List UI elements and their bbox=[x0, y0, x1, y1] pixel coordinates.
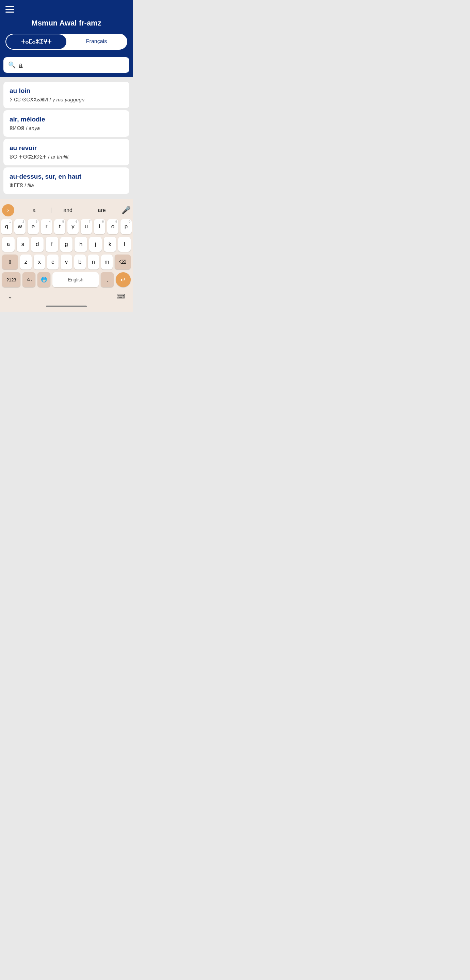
result-latin-4: flla bbox=[27, 182, 34, 188]
result-tifinagh-4: ⵥⵎⵎⵓ bbox=[10, 182, 23, 188]
key-row-3: ⇧ z x c v b n m ⌫ bbox=[2, 255, 131, 269]
key-rows: 1q 2w 3e 4r 5t 6y 7u 8i 9o 0p a s d f g … bbox=[2, 219, 131, 290]
key-t[interactable]: 5t bbox=[54, 219, 65, 234]
key-row-1: 1q 2w 3e 4r 5t 6y 7u 8i 9o 0p bbox=[2, 219, 131, 234]
globe-key[interactable]: 🌐 bbox=[37, 272, 50, 287]
app-header: Msmun Awal fr-amz ⵜⴰⵎⴰⵣⵉⵖⵜ Français bbox=[0, 0, 133, 57]
key-c[interactable]: c bbox=[47, 255, 59, 269]
key-d[interactable]: d bbox=[31, 237, 43, 252]
result-sub-1: ⵢ ⵛⵓ ⵙⵓⵅⵅⴰⵥⵍ / γ ma yaggugn bbox=[10, 97, 123, 103]
result-title-3: au revoir bbox=[10, 144, 123, 152]
hamburger-line-1 bbox=[5, 6, 14, 7]
result-card-3[interactable]: au revoir ⵓⵔ ⵜⵙⵛⵉⵏⵙⵉⵜ / ar timlilt bbox=[3, 139, 129, 165]
result-sub-4: ⵥⵎⵎⵓ / flla bbox=[10, 182, 123, 189]
result-card-1[interactable]: au loin ⵢ ⵛⵓ ⵙⵓⵅⵅⴰⵥⵍ / γ ma yaggugn bbox=[3, 82, 129, 108]
key-row-2: a s d f g h j k l bbox=[2, 237, 131, 252]
key-x[interactable]: x bbox=[34, 255, 45, 269]
backspace-key[interactable]: ⌫ bbox=[115, 255, 131, 269]
keyboard-icon[interactable]: ⌨ bbox=[116, 293, 125, 300]
result-latin-3: ar timlilt bbox=[51, 154, 69, 159]
key-y[interactable]: 6y bbox=[67, 219, 79, 234]
result-latin-2: anya bbox=[29, 125, 40, 131]
result-title-1: au loin bbox=[10, 87, 123, 95]
result-title-2: air, mélodie bbox=[10, 116, 123, 123]
keyboard-suggestions-row: › a and are 🎤 bbox=[2, 202, 131, 219]
key-k[interactable]: k bbox=[104, 237, 116, 252]
shift-key[interactable]: ⇧ bbox=[2, 255, 18, 269]
key-n[interactable]: n bbox=[88, 255, 99, 269]
suggestion-word-2[interactable]: and bbox=[51, 206, 85, 215]
keyboard-bottom-bar: ⌄ ⌨ bbox=[2, 290, 131, 304]
keyboard: › a and are 🎤 1q 2w 3e 4r 5t 6y 7u 8i 9o… bbox=[0, 199, 133, 304]
lang-tab-tifinagh[interactable]: ⵜⴰⵎⴰⵣⵉⵖⵜ bbox=[6, 34, 66, 49]
result-sub-3: ⵓⵔ ⵜⵙⵛⵉⵏⵙⵉⵜ / ar timlilt bbox=[10, 154, 123, 160]
result-tifinagh-1: ⵢ ⵛⵓ ⵙⵓⵅⵅⴰⵥⵍ bbox=[10, 97, 48, 102]
result-title-4: au-dessus, sur, en haut bbox=[10, 173, 123, 180]
num-key[interactable]: ?123 bbox=[2, 272, 21, 287]
result-sub-2: ⵓⵍⵙⵓ / anya bbox=[10, 125, 123, 131]
key-o[interactable]: 9o bbox=[107, 219, 118, 234]
suggestions-expand-button[interactable]: › bbox=[2, 204, 14, 216]
emoji-key[interactable]: ☺, bbox=[22, 272, 35, 287]
hamburger-menu[interactable] bbox=[5, 6, 127, 13]
search-icon: 🔍 bbox=[8, 61, 16, 69]
space-key[interactable]: English bbox=[53, 272, 99, 287]
key-m[interactable]: m bbox=[101, 255, 113, 269]
key-h[interactable]: h bbox=[75, 237, 87, 252]
result-card-4[interactable]: au-dessus, sur, en haut ⵥⵎⵎⵓ / flla bbox=[3, 167, 129, 194]
key-a[interactable]: a bbox=[2, 237, 14, 252]
key-f[interactable]: f bbox=[46, 237, 58, 252]
key-g[interactable]: g bbox=[60, 237, 73, 252]
results-list: au loin ⵢ ⵛⵓ ⵙⵓⵅⵅⴰⵥⵍ / γ ma yaggugn air,… bbox=[0, 77, 133, 199]
result-latin-1: γ ma yaggugn bbox=[53, 97, 84, 102]
key-w[interactable]: 2w bbox=[14, 219, 25, 234]
search-container: 🔍 a bbox=[0, 57, 133, 77]
keyboard-collapse-button[interactable]: ⌄ bbox=[8, 293, 13, 300]
hamburger-line-3 bbox=[5, 11, 14, 13]
app-title: Msmun Awal fr-amz bbox=[5, 19, 127, 27]
key-e[interactable]: 3e bbox=[27, 219, 39, 234]
language-toggle: ⵜⴰⵎⴰⵣⵉⵖⵜ Français bbox=[5, 34, 127, 50]
dot-key[interactable]: . bbox=[101, 272, 114, 287]
home-indicator bbox=[0, 304, 133, 312]
microphone-icon[interactable]: 🎤 bbox=[121, 206, 131, 215]
key-q[interactable]: 1q bbox=[1, 219, 12, 234]
home-bar bbox=[46, 305, 87, 307]
result-tifinagh-2: ⵓⵍⵙⵓ bbox=[10, 125, 24, 131]
suggestion-word-1[interactable]: a bbox=[17, 206, 51, 215]
search-bar[interactable]: 🔍 a bbox=[3, 57, 129, 73]
key-l[interactable]: l bbox=[118, 237, 131, 252]
return-key[interactable]: ↵ bbox=[116, 272, 131, 287]
key-z[interactable]: z bbox=[20, 255, 32, 269]
key-p[interactable]: 0p bbox=[121, 219, 132, 234]
key-row-4: ?123 ☺, 🌐 English . ↵ bbox=[2, 272, 131, 287]
lang-tab-francais[interactable]: Français bbox=[66, 34, 127, 49]
key-v[interactable]: v bbox=[61, 255, 72, 269]
key-u[interactable]: 7u bbox=[81, 219, 92, 234]
key-r[interactable]: 4r bbox=[41, 219, 52, 234]
search-input[interactable]: a bbox=[19, 62, 23, 69]
hamburger-line-2 bbox=[5, 9, 14, 10]
suggestion-word-3[interactable]: are bbox=[85, 206, 119, 215]
result-tifinagh-3: ⵓⵔ ⵜⵙⵛⵉⵏⵙⵉⵜ bbox=[10, 154, 47, 159]
result-card-2[interactable]: air, mélodie ⵓⵍⵙⵓ / anya bbox=[3, 110, 129, 137]
key-b[interactable]: b bbox=[74, 255, 86, 269]
key-s[interactable]: s bbox=[17, 237, 29, 252]
key-j[interactable]: j bbox=[89, 237, 102, 252]
key-i[interactable]: 8i bbox=[94, 219, 105, 234]
suggestions-words: a and are bbox=[17, 206, 119, 215]
